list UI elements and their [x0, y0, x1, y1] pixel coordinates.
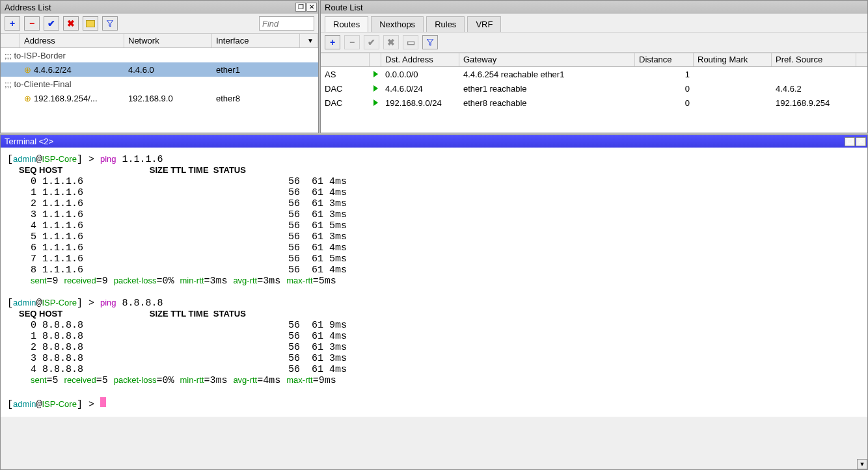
route-col-6[interactable]: Pref. Source [772, 53, 856, 66]
route-row[interactable]: DAC4.4.6.0/24ether1 reachable04.4.6.2 [321, 81, 867, 96]
enable-button[interactable]: ✔ [44, 16, 59, 31]
remove-route-button[interactable]: − [344, 35, 360, 49]
chevron-down-icon: ▼ [307, 37, 314, 44]
route-row[interactable]: DAC192.168.9.0/24ether8 reachable0192.16… [321, 96, 867, 110]
route-dst: 0.0.0.0/0 [381, 70, 459, 79]
network-value: 4.4.6.0 [124, 65, 212, 75]
route-distance: 0 [635, 84, 694, 94]
tab-vrf[interactable]: VRF [467, 16, 501, 32]
route-col-2[interactable]: Dst. Address [381, 53, 459, 66]
route-flags: AS [321, 70, 370, 79]
funnel-icon [107, 20, 113, 27]
restore-icon[interactable]: ❐ [295, 3, 306, 12]
address-value: 4.4.6.2/24 [34, 65, 72, 75]
filter-route-button[interactable] [422, 35, 438, 49]
comment-route-button[interactable]: ▭ [403, 35, 418, 49]
route-gateway: ether8 reachable [459, 98, 635, 108]
route-col-3[interactable]: Gateway [459, 53, 635, 66]
address-list-titlebar[interactable]: Address List ❐ ✕ [1, 1, 318, 14]
interface-value: ether8 [212, 94, 300, 103]
route-pref: 192.168.9.254 [772, 98, 856, 108]
tab-routes[interactable]: Routes [325, 16, 368, 32]
find-input[interactable] [259, 16, 314, 31]
address-group-label: ;;; to-Cliente-Final [1, 77, 318, 91]
address-row[interactable]: ⊕4.4.6.2/244.4.6.0ether1 [1, 62, 318, 77]
flag-icon: ⊕ [24, 65, 31, 75]
route-dst: 4.4.6.0/24 [381, 84, 459, 94]
route-col-4[interactable]: Distance [635, 53, 694, 66]
route-list-titlebar[interactable]: Route List [321, 1, 867, 14]
route-flags: DAC [321, 84, 370, 94]
cursor [100, 397, 106, 407]
terminal-output[interactable]: [admin@ISP-Core] > ping 1.1.1.6 SEQ HOST… [1, 148, 867, 417]
route-col-0[interactable] [321, 53, 370, 66]
active-icon [373, 71, 378, 77]
network-value: 192.168.9.0 [124, 94, 212, 103]
scroll-down-button[interactable]: ▼ [857, 459, 867, 469]
route-columns-header: Dst. AddressGatewayDistanceRouting MarkP… [321, 53, 867, 67]
address-value: 192.168.9.254/... [34, 94, 98, 103]
columns-menu[interactable]: ▼ [300, 34, 318, 47]
address-group-label: ;;; to-ISP-Border [1, 48, 318, 62]
route-list-toolbar: + − ✔ ✖ ▭ [321, 32, 867, 53]
address-list-toolbar: + − ✔ ✖ [1, 14, 318, 34]
col-address[interactable]: Address [20, 34, 124, 47]
route-pref: 4.4.6.2 [772, 84, 856, 94]
active-icon [373, 99, 378, 106]
address-row[interactable]: ⊕192.168.9.254/...192.168.9.0ether8 [1, 91, 318, 105]
disable-route-button[interactable]: ✖ [383, 35, 399, 49]
active-icon [373, 85, 378, 92]
close-icon[interactable]: ✕ [306, 3, 317, 12]
route-flags: DAC [321, 98, 370, 108]
route-gateway: ether1 reachable [459, 84, 635, 94]
comment-button[interactable] [83, 16, 98, 31]
tab-nexthops[interactable]: Nexthops [371, 16, 424, 32]
add-button[interactable]: + [5, 16, 20, 31]
add-route-button[interactable]: + [325, 35, 340, 49]
route-col-5[interactable]: Routing Mark [694, 53, 772, 66]
interface-value: ether1 [212, 65, 300, 75]
tab-rules[interactable]: Rules [426, 16, 465, 32]
route-col-1[interactable] [370, 53, 381, 66]
folder-icon [86, 20, 95, 27]
route-dst: 192.168.9.0/24 [381, 98, 459, 108]
disable-button[interactable]: ✖ [63, 16, 79, 31]
route-distance: 1 [635, 70, 694, 79]
filter-button[interactable] [102, 16, 118, 31]
col-interface[interactable]: Interface [212, 34, 300, 47]
route-distance: 0 [635, 98, 694, 108]
address-columns-header: Address Network Interface ▼ [1, 34, 318, 48]
terminal-titlebar[interactable]: Terminal <2> ❐ ✕ [1, 135, 867, 148]
route-gateway: 4.4.6.254 reachable ether1 [459, 70, 635, 79]
terminal-title: Terminal <2> [5, 137, 845, 146]
funnel-icon [427, 39, 433, 46]
restore-icon[interactable]: ❐ [845, 137, 855, 146]
route-row[interactable]: AS0.0.0.0/04.4.6.254 reachable ether11 [321, 67, 867, 81]
col-network[interactable]: Network [124, 34, 212, 47]
route-list-tabs: RoutesNexthopsRulesVRF [321, 14, 867, 32]
close-icon[interactable]: ✕ [856, 137, 866, 146]
remove-button[interactable]: − [24, 16, 40, 31]
flag-icon: ⊕ [24, 94, 31, 103]
route-list-title: Route List [325, 3, 866, 12]
enable-route-button[interactable]: ✔ [364, 35, 379, 49]
address-list-title: Address List [5, 3, 295, 12]
